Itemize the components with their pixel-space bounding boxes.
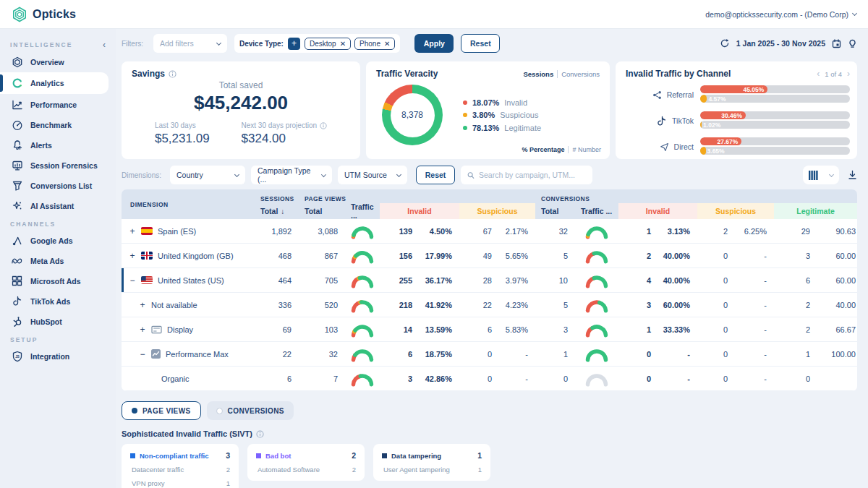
sidebar-item-session-forensics[interactable]: Session Forensics <box>0 155 109 175</box>
date-range-picker[interactable]: 1 Jan 2025 - 30 Nov 2025 <box>736 39 825 48</box>
sidebar-item-ai-assistant[interactable]: AI Assistant <box>0 196 109 215</box>
channel-row-tiktok: TikTok 30.46% 1.02% <box>626 111 850 130</box>
expand-toggle[interactable]: + <box>129 251 136 261</box>
account-menu[interactable]: demo@optickssecurity.com - (Demo Corp) <box>705 10 856 19</box>
expand-toggle[interactable]: + <box>139 325 146 335</box>
suspicious-bar: 4.57% <box>700 95 850 103</box>
sidebar-item-overview[interactable]: Overview <box>0 52 109 72</box>
table-row[interactable]: + United Kingdom (GB) 468 867 156 17.99%… <box>122 244 857 268</box>
conv-total: 5 <box>535 252 575 260</box>
conv-suspicious-count: 0 <box>697 276 735 285</box>
info-icon[interactable] <box>256 430 264 438</box>
column-header-dimension[interactable]: DIMENSION <box>122 189 255 219</box>
dimensions-reset-button[interactable]: Reset <box>416 166 455 184</box>
column-header-conv-total[interactable]: Total <box>535 203 575 219</box>
conv-total: 32 <box>535 227 575 236</box>
search-input[interactable] <box>479 171 586 179</box>
view-toggle-page-views[interactable]: PAGE VIEWS <box>122 401 201 420</box>
dimension-select-1[interactable]: Campaign Type (... <box>251 166 332 184</box>
column-header-conv-suspicious[interactable]: Suspicious <box>697 203 774 219</box>
column-header-pv-suspicious[interactable]: Suspicious <box>459 203 535 219</box>
svg-text:JS: JS <box>15 354 20 358</box>
sidebar-item-tiktok-ads[interactable]: TikTok Ads <box>0 291 109 311</box>
column-header-conv-legitimate[interactable]: Legitimate <box>774 203 857 219</box>
device-chip-desktop[interactable]: Desktop✕ <box>305 38 351 50</box>
sidebar-collapse-icon[interactable]: ‹ <box>103 40 106 49</box>
download-icon[interactable] <box>848 170 857 180</box>
calendar-icon[interactable] <box>832 39 841 48</box>
tiktok-icon <box>11 295 23 307</box>
sidebar-item-performance[interactable]: Performance <box>0 95 109 114</box>
info-icon[interactable] <box>320 122 327 129</box>
integration-icon: JS <box>11 350 23 362</box>
conv-suspicious-pct: - <box>735 301 774 309</box>
columns-settings-button[interactable] <box>803 166 839 184</box>
dimension-select-0[interactable]: Country <box>170 166 245 184</box>
sidebar-item-meta-ads[interactable]: Meta Ads <box>0 251 109 270</box>
toggle-number[interactable]: # Number <box>568 146 601 153</box>
apply-button[interactable]: Apply <box>414 34 454 53</box>
expand-toggle[interactable]: + <box>139 300 146 310</box>
sidebar-item-google-ads[interactable]: Google Ads <box>0 231 109 250</box>
tips-lamp-icon[interactable] <box>848 39 857 48</box>
column-header-pv-traffic[interactable]: Traffic ... <box>345 203 380 219</box>
expand-toggle[interactable]: − <box>139 349 146 359</box>
expand-toggle[interactable]: − <box>129 275 136 286</box>
prev-page-icon[interactable]: ‹ <box>817 69 820 79</box>
pv-suspicious-pct: 2.17% <box>499 227 535 236</box>
column-header-pv-total[interactable]: Total <box>299 203 345 219</box>
sidebar-item-conversions-list[interactable]: Conversions List <box>0 176 109 195</box>
opticks-logo: Opticks <box>12 7 76 22</box>
dimension-select-2[interactable]: UTM Source <box>338 166 407 184</box>
invalid-bar: 27.67% <box>700 137 850 145</box>
sivt-card-title: Data tampering <box>391 452 473 460</box>
group-header-sessions: SESSIONS <box>255 189 299 203</box>
column-header-sessions-total[interactable]: Total↓ <box>255 203 299 219</box>
reset-button[interactable]: Reset <box>461 34 500 53</box>
sidebar-item-hubspot[interactable]: HubSpot <box>0 312 109 331</box>
column-header-conv-traffic[interactable]: Traffic ... <box>575 203 618 219</box>
add-device-button[interactable]: + <box>288 38 300 50</box>
table-row[interactable]: + Spain (ES) 1,892 3,088 139 4.50% 67 2.… <box>122 219 857 244</box>
conv-total: 10 <box>535 276 575 285</box>
table-row[interactable]: − United States (US) 464 705 255 36.17% … <box>122 268 857 293</box>
conv-legitimate-pct: 90.63 <box>817 227 857 236</box>
sidebar-item-analytics[interactable]: Analytics <box>0 72 109 94</box>
pv-suspicious-pct: 4.23% <box>499 301 535 309</box>
conv-invalid-count: 0 <box>618 350 658 359</box>
toggle-percentage[interactable]: % Percentage <box>522 146 564 153</box>
toggle-sessions[interactable]: Sessions <box>523 70 553 78</box>
table-row[interactable]: Organic 6 7 3 42.86% 0 - 0 0 - 0 - 0 <box>122 367 857 391</box>
info-icon[interactable] <box>169 70 176 78</box>
traffic-gauge <box>350 275 375 288</box>
add-filters-select[interactable]: Add filters <box>153 34 227 53</box>
sessions-total: 22 <box>255 350 299 359</box>
device-chip-phone[interactable]: Phone✕ <box>354 38 395 50</box>
table-row[interactable]: − Performance Max 22 32 6 18.75% 0 - 1 0… <box>122 342 857 367</box>
conv-suspicious-count: 0 <box>697 350 735 359</box>
column-header-pv-invalid[interactable]: Invalid <box>380 203 459 219</box>
remove-chip-icon[interactable]: ✕ <box>340 40 346 48</box>
direct-icon <box>660 142 669 152</box>
columns-icon <box>809 171 820 180</box>
sidebar-item-benchmark[interactable]: Benchmark <box>0 115 109 134</box>
table-row[interactable]: + Display 69 103 14 13.59% 6 5.83% 3 1 3… <box>122 317 857 342</box>
traffic-gauge <box>350 348 375 362</box>
column-header-conv-invalid[interactable]: Invalid <box>618 203 697 219</box>
expand-toggle[interactable]: + <box>129 226 136 236</box>
table-row[interactable]: + Not available 336 520 218 41.92% 22 4.… <box>122 293 857 317</box>
sessions-total: 468 <box>255 252 299 260</box>
toggle-conversions[interactable]: Conversions <box>557 70 600 78</box>
view-toggle-conversions[interactable]: CONVERSIONS <box>207 401 294 420</box>
sidebar-item-integration[interactable]: JSIntegration <box>0 346 109 366</box>
sidebar-item-microsoft-ads[interactable]: Microsoft Ads <box>0 271 109 291</box>
sivt-cards: Non-compliant traffic 3 Datacenter traff… <box>122 444 857 488</box>
table-body: + Spain (ES) 1,892 3,088 139 4.50% 67 2.… <box>122 219 857 391</box>
veracity-total: 8,378 <box>401 110 423 120</box>
sidebar-item-alerts[interactable]: Alerts <box>0 135 109 155</box>
next-page-icon[interactable]: › <box>847 69 850 79</box>
suspicious-bar: 3.65% <box>700 147 850 155</box>
refresh-icon[interactable] <box>720 38 730 48</box>
remove-chip-icon[interactable]: ✕ <box>384 40 390 48</box>
conv-legitimate-count: 2 <box>774 325 817 334</box>
